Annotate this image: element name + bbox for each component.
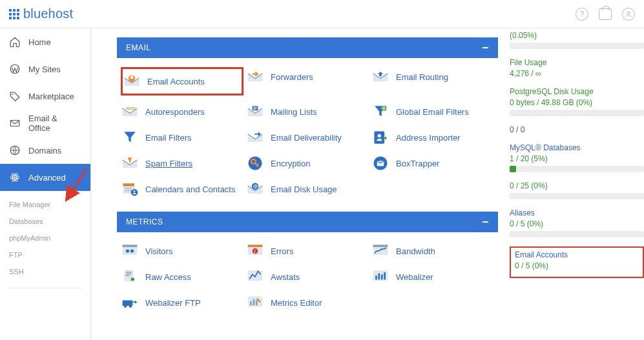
stat-top: (0.05%) xyxy=(510,31,644,49)
item-label: Autoresponders xyxy=(145,107,205,117)
item-webalizer[interactable]: Webalizer xyxy=(371,267,494,286)
svg-rect-39 xyxy=(375,275,377,279)
visitors-icon xyxy=(121,242,139,260)
item-email-disk-usage[interactable]: @ Email Disk Usage xyxy=(246,179,369,199)
sidebar: Home My Sites Marketplace Email & Office… xyxy=(0,28,91,340)
subnav-ftp[interactable]: FTP xyxy=(9,246,90,263)
item-global-email-filters[interactable]: Global Email Filters xyxy=(371,102,494,121)
home-icon xyxy=(9,36,21,48)
mailing-lists-icon xyxy=(246,103,264,121)
item-address-importer[interactable]: Address Importer xyxy=(371,128,494,147)
progress-bar xyxy=(510,110,644,116)
brand-grid-icon xyxy=(9,9,19,19)
stat-value: 0 / 0 xyxy=(510,125,644,134)
item-label: Forwarders xyxy=(271,72,313,82)
stat-email-accounts: Email Accounts 0 / 5 (0%) xyxy=(515,250,639,270)
item-errors[interactable]: ! Errors xyxy=(246,241,369,261)
svg-point-45 xyxy=(129,305,132,308)
email-disk-icon: @ xyxy=(246,180,264,198)
raw-access-icon xyxy=(121,268,139,286)
stat-unnamed: 0 / 0 xyxy=(510,125,644,134)
stat-title: Email Accounts xyxy=(515,250,639,259)
subnav-ssh[interactable]: SSH xyxy=(9,263,90,280)
stat-title: MySQL® Databases xyxy=(510,143,644,152)
svg-rect-43 xyxy=(123,301,133,306)
sidebar-item-label: Advanced xyxy=(28,173,66,183)
item-awstats[interactable]: Awstats xyxy=(246,267,369,286)
wordpress-icon xyxy=(9,63,21,75)
item-label: Email Deliverability xyxy=(271,133,342,143)
sidebar-item-email-office[interactable]: Email & Office xyxy=(0,110,90,137)
account-icon[interactable] xyxy=(622,8,635,21)
deliverability-icon xyxy=(246,128,264,146)
panel-header-metrics[interactable]: METRICS − xyxy=(117,212,498,232)
stat-email-accounts-highlight: Email Accounts 0 / 5 (0%) xyxy=(510,246,644,278)
svg-rect-48 xyxy=(253,299,255,306)
brand-text: bluehost xyxy=(23,6,73,21)
top-bar: bluehost ? xyxy=(0,0,644,28)
email-accounts-icon xyxy=(123,72,141,90)
help-icon[interactable]: ? xyxy=(576,8,588,21)
panel-title: METRICS xyxy=(126,217,163,226)
sidebar-item-domains[interactable]: Domains xyxy=(0,137,90,164)
mail-icon xyxy=(9,117,21,129)
stat-title: Aliases xyxy=(510,208,644,217)
svg-rect-21 xyxy=(123,183,135,186)
item-autoresponders[interactable]: AUTO Autoresponders xyxy=(121,102,244,121)
sidebar-item-advanced[interactable]: Advanced xyxy=(0,164,90,191)
brand[interactable]: bluehost xyxy=(9,6,73,21)
divider xyxy=(8,288,83,288)
svg-point-5 xyxy=(14,177,16,179)
subnav-databases[interactable]: Databases xyxy=(9,213,90,230)
panel-title: EMAIL xyxy=(126,43,151,52)
spam-filters-icon xyxy=(121,154,139,172)
sidebar-item-marketplace[interactable]: Marketplace xyxy=(0,83,90,110)
item-visitors[interactable]: Visitors xyxy=(121,241,244,261)
item-label: Global Email Filters xyxy=(396,107,469,117)
item-label: BoxTrapper xyxy=(396,159,439,168)
item-mailing-lists[interactable]: Mailing Lists xyxy=(246,102,369,121)
item-encryption[interactable]: Encryption xyxy=(246,154,369,173)
item-label: Address Importer xyxy=(396,133,461,143)
item-forwarders[interactable]: Forwarders xyxy=(246,67,369,86)
email-grid: Email Accounts Forwarders Email Routing … xyxy=(117,58,498,212)
global-filters-icon xyxy=(371,103,390,121)
sidebar-item-label: Home xyxy=(28,37,51,47)
item-label: Spam Filters xyxy=(145,159,192,168)
item-webalizer-ftp[interactable]: Webalizer FTP xyxy=(121,293,244,312)
item-metrics-editor[interactable]: Metrics Editor xyxy=(246,293,369,312)
item-email-deliverability[interactable]: Email Deliverability xyxy=(246,128,369,147)
webalizer-icon xyxy=(371,268,390,286)
item-label: Encryption xyxy=(271,159,310,168)
subnav-file-manager[interactable]: File Manager xyxy=(9,196,90,213)
subnav-phpmyadmin[interactable]: phpMyAdmin xyxy=(9,230,90,246)
item-boxtrapper[interactable]: BoxTrapper xyxy=(371,154,494,173)
svg-point-0 xyxy=(627,12,630,14)
progress-bar xyxy=(510,231,644,237)
collapse-icon[interactable]: − xyxy=(482,215,489,229)
item-email-filters[interactable]: Email Filters xyxy=(121,128,244,147)
sidebar-item-mysites[interactable]: My Sites xyxy=(0,55,90,83)
item-label: Email Routing xyxy=(396,72,448,82)
panel-header-email[interactable]: EMAIL − xyxy=(117,37,498,58)
item-raw-access[interactable]: Raw Access xyxy=(121,267,244,286)
svg-point-15 xyxy=(378,134,381,137)
item-email-routing[interactable]: Email Routing xyxy=(371,67,494,86)
errors-icon: ! xyxy=(246,242,264,260)
item-calendars-contacts[interactable]: Calendars and Contacts xyxy=(121,179,244,199)
email-filters-icon xyxy=(121,128,139,146)
svg-point-1 xyxy=(10,65,19,74)
main-content: EMAIL − Email Accounts Forwarders xyxy=(91,28,644,340)
item-spam-filters[interactable]: Spam Filters xyxy=(121,154,244,173)
svg-point-2 xyxy=(12,94,13,95)
sidebar-item-home[interactable]: Home xyxy=(0,28,90,55)
item-label: Email Disk Usage xyxy=(271,185,337,194)
cart-icon[interactable] xyxy=(599,8,612,20)
item-email-accounts[interactable]: Email Accounts xyxy=(123,72,205,91)
svg-point-23 xyxy=(134,190,136,192)
collapse-icon[interactable]: − xyxy=(482,41,489,55)
awstats-icon xyxy=(246,268,264,286)
calendar-icon xyxy=(121,180,139,198)
svg-text:@: @ xyxy=(253,184,258,188)
item-bandwidth[interactable]: Bandwidth xyxy=(371,241,494,261)
